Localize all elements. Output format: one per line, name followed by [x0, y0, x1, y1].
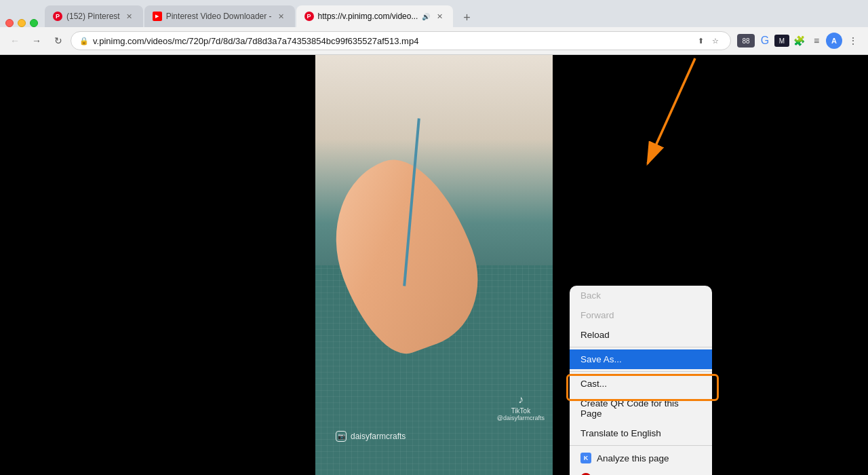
video-content: ♪ TikTok @daisyfarmcrafts 📷 daisyfarmcra…	[315, 55, 553, 475]
tab-close-downloader[interactable]: ✕	[276, 11, 287, 22]
forward-button[interactable]: →	[27, 31, 46, 50]
context-menu: Back Forward Reload Save As... Cast... C…	[570, 286, 712, 475]
google-account-icon[interactable]: G	[757, 33, 773, 49]
separator-3	[570, 445, 712, 446]
tiktok-watermark: ♪ TikTok @daisyfarmcrafts	[497, 394, 545, 421]
tab-favicon-downloader: ▶	[153, 12, 162, 21]
daisy-watermark: 📷 daisyfarmcrafts	[336, 431, 406, 442]
tiktok-logo-icon: ♪	[497, 394, 545, 406]
fullscreen-window-button[interactable]	[30, 19, 38, 27]
extensions-button[interactable]: 88	[737, 34, 755, 48]
toolbar-extensions: 88 G M 🧩 ≡ A ⋮	[736, 31, 863, 50]
analyze-icon: K	[580, 453, 591, 463]
back-label: Back	[580, 290, 601, 301]
save-as-label: Save As...	[580, 354, 622, 364]
extension-puzzle-icon[interactable]: 🧩	[791, 33, 807, 49]
context-menu-reload[interactable]: Reload	[570, 325, 712, 345]
lock-icon: 🔒	[79, 37, 89, 45]
tab-title-video: https://v.pinimg.com/video...	[318, 12, 418, 21]
tab-favicon-pinterest: P	[53, 12, 62, 21]
daisy-username: daisyfarmcrafts	[351, 432, 406, 441]
address-text: v.pinimg.com/videos/mc/720p/7d/8d/3a/7d8…	[93, 36, 690, 46]
profile-avatar[interactable]: A	[826, 33, 842, 49]
close-window-button[interactable]	[5, 19, 14, 27]
reload-button[interactable]: ↻	[49, 31, 68, 50]
translate-label: Translate to English	[580, 428, 661, 438]
svg-line-1	[648, 58, 695, 164]
context-menu-save-as[interactable]: Save As...	[570, 349, 712, 369]
tab-favicon-video: P	[304, 12, 314, 21]
tiktok-label: TikTok	[497, 407, 545, 415]
extension-icon-2[interactable]: ≡	[808, 33, 825, 49]
back-button[interactable]: ←	[5, 31, 24, 50]
cast-label: Cast...	[580, 379, 607, 389]
tiktok-handle: @daisyfarmcrafts	[497, 415, 545, 421]
context-menu-analyze[interactable]: K Analyze this page	[570, 448, 712, 468]
separator-1	[570, 347, 712, 347]
tab-pinterest[interactable]: P (152) Pinterest ✕	[45, 5, 143, 27]
forward-label: Forward	[580, 310, 614, 320]
chrome-menu-button[interactable]: ⋮	[844, 31, 863, 50]
instagram-icon: 📷	[336, 431, 347, 442]
bookmark-button[interactable]: ☆	[709, 34, 722, 48]
context-menu-cast[interactable]: Cast...	[570, 374, 712, 394]
tab-close-pinterest[interactable]: ✕	[124, 11, 135, 22]
new-tab-button[interactable]: +	[457, 8, 476, 27]
tab-title-downloader: Pinterest Video Downloader -	[166, 12, 272, 21]
tab-title-pinterest: (152) Pinterest	[66, 12, 120, 21]
tab-bar: P (152) Pinterest ✕ ▶ Pinterest Video Do…	[0, 0, 868, 27]
tab-video[interactable]: P https://v.pinimg.com/video... 🔊 ✕	[296, 5, 454, 27]
tab-close-video[interactable]: ✕	[434, 11, 445, 22]
analyze-label: Analyze this page	[597, 453, 669, 463]
qr-label: Create QR Code for this Page	[580, 398, 701, 419]
browser-chrome: P (152) Pinterest ✕ ▶ Pinterest Video Do…	[0, 0, 868, 55]
extension-icon-1[interactable]: M	[774, 35, 789, 47]
video-section: ♪ TikTok @daisyfarmcrafts 📷 daisyfarmcra…	[0, 55, 556, 475]
tab-downloader[interactable]: ▶ Pinterest Video Downloader - ✕	[144, 5, 295, 27]
reload-label: Reload	[580, 330, 610, 340]
content-area: ♪ TikTok @daisyfarmcrafts 📷 daisyfarmcra…	[0, 55, 868, 475]
tab-sound-icon: 🔊	[422, 13, 430, 20]
share-button[interactable]: ⬆	[694, 34, 707, 48]
address-bar[interactable]: 🔒 v.pinimg.com/videos/mc/720p/7d/8d/3a/7…	[71, 31, 731, 50]
context-menu-back[interactable]: Back	[570, 286, 712, 305]
video-frame: ♪ TikTok @daisyfarmcrafts 📷 daisyfarmcra…	[315, 55, 553, 475]
context-menu-translate[interactable]: Translate to English	[570, 423, 712, 443]
separator-2	[570, 371, 712, 372]
context-menu-qr[interactable]: Create QR Code for this Page	[570, 394, 712, 423]
minimize-window-button[interactable]	[18, 19, 26, 27]
traffic-lights	[5, 19, 38, 27]
toolbar: ← → ↻ 🔒 v.pinimg.com/videos/mc/720p/7d/8…	[0, 27, 868, 54]
context-menu-forward[interactable]: Forward	[570, 305, 712, 325]
context-menu-lastpass[interactable]: ● LastPass	[570, 468, 712, 475]
